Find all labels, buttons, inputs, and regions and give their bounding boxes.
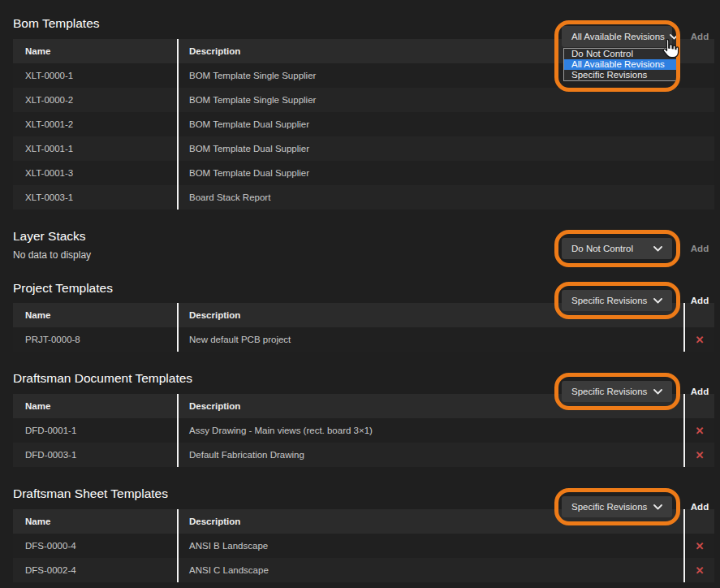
chevron-down-icon xyxy=(653,246,662,252)
revision-control-dropdown-bom-templates[interactable]: All Available Revisions xyxy=(562,26,672,47)
table-row: XLT-0003-1Board Stack Report xyxy=(13,185,714,210)
cell-name: XLT-0000-2 xyxy=(13,88,177,112)
table-row: XLT-0000-2BOM Template Single Supplier xyxy=(13,88,714,112)
delete-button[interactable]: ✕ xyxy=(696,335,705,345)
table-row: XLT-0001-2BOM Template Dual Supplier xyxy=(13,112,714,136)
cell-description: ANSI B Landscape xyxy=(177,534,683,558)
chevron-down-icon xyxy=(653,298,662,304)
column-header-name: Name xyxy=(13,394,177,418)
table-row: DFS-0002-4ANSI C Landscape✕ xyxy=(13,558,714,582)
cell-actions: ✕ xyxy=(683,534,714,558)
cell-name: PRJT-0000-8 xyxy=(13,327,177,352)
delete-button[interactable]: ✕ xyxy=(696,450,705,460)
add-button-project-templates[interactable]: Add xyxy=(683,290,717,311)
cell-description: BOM Template Single Supplier xyxy=(177,88,714,112)
revision-control-dropdown-layer-stacks[interactable]: Do Not Control xyxy=(562,238,672,259)
add-button-draftsman-sheet-templates[interactable]: Add xyxy=(683,496,717,517)
table-draftsman-sheet-templates: NameDescriptionDFS-0000-4ANSI B Landscap… xyxy=(13,509,714,582)
table-row: PRJT-0000-8New default PCB project✕ xyxy=(13,327,714,352)
template-management-page: Bom TemplatesNameDescriptionXLT-0000-1BO… xyxy=(0,16,720,588)
cell-actions: ✕ xyxy=(683,418,714,443)
dropdown-option-do-not-control[interactable]: Do Not Control xyxy=(564,49,678,59)
dropdown-selected-label: Specific Revisions xyxy=(571,502,647,512)
cell-actions: ✕ xyxy=(683,558,714,582)
cell-description: BOM Template Dual Supplier xyxy=(177,161,714,185)
table-row: DFD-0001-1Assy Drawing - Main views (rec… xyxy=(13,418,714,443)
dropdown-selected-label: Do Not Control xyxy=(571,244,633,253)
add-button-bom-templates[interactable]: Add xyxy=(683,26,717,47)
chevron-down-icon xyxy=(670,34,679,40)
dropdown-selected-label: All Available Revisions xyxy=(571,32,665,41)
chevron-down-icon xyxy=(653,504,662,510)
cell-actions: ✕ xyxy=(683,443,714,467)
table-row: DFD-0003-1Default Fabrication Drawing✕ xyxy=(13,443,714,467)
cell-description: Board Stack Report xyxy=(177,185,714,210)
cell-description: Default Fabrication Drawing xyxy=(177,443,683,467)
cell-description: New default PCB project xyxy=(177,327,683,352)
cell-name: DFD-0001-1 xyxy=(13,418,177,443)
column-header-name: Name xyxy=(13,39,177,63)
cell-name: DFD-0003-1 xyxy=(13,443,177,467)
add-button-layer-stacks[interactable]: Add xyxy=(683,238,717,259)
table-body: XLT-0000-1BOM Template Single SupplierXL… xyxy=(13,63,714,210)
table-body: PRJT-0000-8New default PCB project✕ xyxy=(13,327,714,352)
table-row: DFS-0000-4ANSI B Landscape✕ xyxy=(13,534,714,558)
chevron-down-icon xyxy=(653,389,662,395)
cell-name: XLT-0001-1 xyxy=(13,136,177,161)
dropdown-option-all-available-revisions[interactable]: All Available Revisions xyxy=(564,59,678,70)
revision-control-dropdown-draftsman-document-templates[interactable]: Specific Revisions xyxy=(562,381,672,402)
cell-name: XLT-0003-1 xyxy=(13,185,177,210)
cell-description: ANSI C Landscape xyxy=(177,558,683,582)
cell-description: BOM Template Dual Supplier xyxy=(177,112,714,136)
table-row: XLT-0001-1BOM Template Dual Supplier xyxy=(13,136,714,161)
cell-name: XLT-0001-2 xyxy=(13,112,177,136)
column-header-name: Name xyxy=(13,303,177,327)
add-button-draftsman-document-templates[interactable]: Add xyxy=(683,381,717,402)
dropdown-selected-label: Specific Revisions xyxy=(571,387,647,396)
cell-name: XLT-0001-3 xyxy=(13,161,177,185)
revision-control-dropdown-draftsman-sheet-templates[interactable]: Specific Revisions xyxy=(562,496,672,517)
column-header-name: Name xyxy=(13,509,177,534)
dropdown-option-specific-revisions[interactable]: Specific Revisions xyxy=(564,70,678,80)
delete-button[interactable]: ✕ xyxy=(696,565,705,576)
delete-button[interactable]: ✕ xyxy=(696,541,705,551)
cell-actions: ✕ xyxy=(683,327,714,352)
dropdown-selected-label: Specific Revisions xyxy=(571,296,647,305)
cell-description: BOM Template Dual Supplier xyxy=(177,136,714,161)
cell-description: Assy Drawing - Main views (rect. board 3… xyxy=(177,418,683,443)
table-body: DFS-0000-4ANSI B Landscape✕DFS-0002-4ANS… xyxy=(13,534,714,582)
table-draftsman-document-templates: NameDescriptionDFD-0001-1Assy Drawing - … xyxy=(13,394,714,467)
table-row: XLT-0001-3BOM Template Dual Supplier xyxy=(13,161,714,185)
cell-name: DFS-0002-4 xyxy=(13,558,177,582)
cell-name: DFS-0000-4 xyxy=(13,534,177,558)
revision-control-dropdown-project-templates[interactable]: Specific Revisions xyxy=(562,290,672,311)
dropdown-option-list: Do Not ControlAll Available RevisionsSpe… xyxy=(563,48,679,81)
cell-name: XLT-0000-1 xyxy=(13,63,177,88)
delete-button[interactable]: ✕ xyxy=(696,426,705,436)
table-body: DFD-0001-1Assy Drawing - Main views (rec… xyxy=(13,418,714,467)
